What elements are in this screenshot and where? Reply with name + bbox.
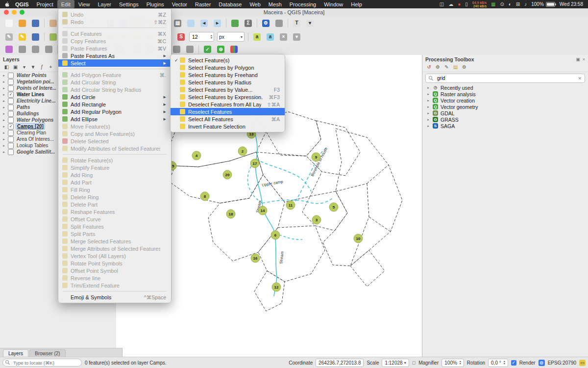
label-color-icon[interactable]: a: [251, 31, 263, 42]
expand-arrow-icon[interactable]: ▸: [2, 74, 6, 78]
menu-item-delete-selected[interactable]: Delete Selected: [58, 137, 171, 145]
camp-marker-9[interactable]: 9: [312, 153, 320, 161]
menubar-item-database[interactable]: Database: [215, 0, 245, 8]
layer-visibility-checkbox[interactable]: [8, 111, 14, 117]
control-center-icon[interactable]: ◐: [509, 1, 512, 7]
menu-item-split-features[interactable]: Split Features: [58, 223, 171, 230]
minimize-button[interactable]: [12, 10, 17, 15]
menu-item-select-features-by-polygon[interactable]: Select Features by Polygon: [171, 64, 285, 71]
spotlight-icon[interactable]: ⊙: [500, 1, 504, 7]
menubar-item-raster[interactable]: Raster: [191, 0, 215, 8]
expand-arrow-icon[interactable]: ▸: [2, 137, 6, 141]
expand-arrow-icon[interactable]: ▸: [426, 92, 430, 96]
chevron-down-icon[interactable]: ▾: [404, 361, 406, 365]
menu-item-invert-feature-selection[interactable]: Invert Feature Selection: [171, 123, 285, 130]
menu-item-add-part[interactable]: Add Part: [58, 179, 171, 186]
display-icon[interactable]: ◫: [440, 1, 444, 7]
input-source-icon[interactable]: ⊞: [516, 1, 520, 7]
algorithm-group-raster-analysis[interactable]: ▸QRaster analysis: [422, 91, 588, 97]
layer-visibility-checkbox[interactable]: ✓: [8, 124, 14, 130]
results-viewer-icon[interactable]: ▤: [452, 63, 459, 70]
expand-arrow-icon[interactable]: ▸: [2, 131, 6, 135]
zoom-last-icon[interactable]: ◂: [198, 18, 210, 28]
float-panel-icon[interactable]: ▣: [576, 57, 580, 62]
history-icon[interactable]: ↺: [425, 63, 433, 70]
project-open-icon[interactable]: [16, 18, 28, 28]
menu-item-add-ellipse[interactable]: Add Ellipse▶: [58, 115, 171, 123]
menu-item-merge-selected-features[interactable]: Merge Selected Features: [58, 237, 171, 245]
menubar-item-qgis[interactable]: QGIS: [11, 0, 33, 8]
stats-grid-icon[interactable]: ▦: [491, 1, 495, 7]
project-save-icon[interactable]: [29, 18, 42, 28]
algorithm-group-recently-used[interactable]: ▸◷Recently used: [422, 84, 588, 91]
menu-item-add-ring[interactable]: Add Ring: [58, 171, 171, 179]
font-size-field[interactable]: ▴▾: [189, 32, 214, 42]
camp-marker-18[interactable]: 18: [226, 210, 235, 218]
layer-visibility-checkbox[interactable]: [8, 98, 14, 104]
menu-item-delete-ring[interactable]: Delete Ring: [58, 193, 171, 201]
epsg-code[interactable]: EPSG:20790: [548, 360, 576, 366]
expand-arrow-icon[interactable]: ▸: [2, 93, 6, 97]
menu-item-cut-features[interactable]: Cut Features⌘X: [58, 30, 171, 37]
render-checkbox[interactable]: ✓: [511, 360, 516, 366]
menu-item-select-features-by-expression[interactable]: Select Features by Expression...⌘F3: [171, 93, 285, 101]
camp-marker-2[interactable]: 2: [238, 147, 247, 156]
toggle-editing-icon[interactable]: ✎: [16, 31, 28, 42]
rotation-spin[interactable]: 0,0 ° ▴▾: [488, 359, 508, 367]
statistics-chart-icon[interactable]: [228, 44, 240, 55]
layer-visibility-checkbox[interactable]: [8, 136, 14, 142]
menubar-item-vector[interactable]: Vector: [168, 0, 191, 8]
menu-item-add-circle[interactable]: Add Circle▶: [58, 93, 171, 101]
spinner-arrows[interactable]: ▴▾: [504, 360, 505, 365]
menu-item-delete-part[interactable]: Delete Part: [58, 201, 171, 208]
layer-visibility-checkbox[interactable]: [8, 73, 14, 79]
menu-item-select-feature-s[interactable]: ✓Select Feature(s): [171, 56, 285, 64]
copy-move-feature-icon[interactable]: [43, 44, 55, 55]
menu-item-trim-extend-feature[interactable]: Trim/Extend Feature: [58, 282, 171, 289]
menubar-item-layer[interactable]: Layer: [94, 0, 115, 8]
layer-visibility-checkbox[interactable]: [8, 105, 14, 110]
cloud-icon[interactable]: ☁: [448, 1, 453, 7]
layer-visibility-checkbox[interactable]: [8, 85, 14, 91]
menu-item-fill-ring[interactable]: Fill Ring: [58, 186, 171, 193]
model-designer-icon[interactable]: ⚙: [434, 63, 441, 70]
menu-item-split-parts[interactable]: Split Parts: [58, 230, 171, 237]
menu-item-rotate-point-symbols[interactable]: Rotate Point Symbols: [58, 260, 171, 267]
unit-select[interactable]: px▾: [217, 32, 245, 42]
menubar-item-project[interactable]: Project: [33, 0, 57, 8]
manage-themes-icon[interactable]: ▾: [21, 63, 28, 70]
tab-layers[interactable]: Layers: [3, 349, 28, 357]
menu-item-reshape-features[interactable]: Reshape Features: [58, 208, 171, 215]
move-feature-icon[interactable]: [29, 44, 42, 55]
menubar-item-processing[interactable]: Processing: [286, 0, 320, 8]
save-layer-edits-icon[interactable]: [29, 31, 42, 42]
open-layer-styling-icon[interactable]: ◧: [3, 63, 10, 70]
clear-search-icon[interactable]: ✕: [578, 76, 582, 81]
spinner-arrows[interactable]: ▴▾: [211, 34, 212, 39]
menu-item-undo[interactable]: Undo⌘Z: [58, 11, 171, 18]
camp-marker-5[interactable]: 5: [329, 203, 338, 211]
layer-style-icon[interactable]: S: [175, 31, 187, 42]
menubar-item-plugins[interactable]: Plugins: [143, 0, 168, 8]
menu-item-deselect-features-from-all-layers[interactable]: Deselect Features from All Layers⇧⌘A: [171, 101, 285, 108]
camp-marker-6[interactable]: 6: [271, 231, 280, 239]
camp-marker-12[interactable]: 12: [272, 283, 281, 291]
expand-arrow-icon[interactable]: ▸: [426, 124, 430, 128]
message-log-icon[interactable]: ▭: [579, 360, 586, 366]
expand-arrow-icon[interactable]: ▸: [2, 99, 6, 103]
algorithm-group-vector-geometry[interactable]: ▸QVector geometry: [422, 104, 588, 110]
menu-item-select-features-by-radius[interactable]: Select Features by Radius: [171, 79, 285, 86]
close-button[interactable]: [4, 10, 9, 15]
expand-arrow-icon[interactable]: ▸: [2, 105, 6, 109]
menu-item-modify-attributes-of-selected-features[interactable]: Modify Attributes of Selected Features: [58, 145, 171, 152]
camp-marker-11[interactable]: 11: [286, 201, 295, 210]
menubar-item-settings[interactable]: Settings: [115, 0, 143, 8]
expand-options-icon[interactable]: ▾: [291, 31, 303, 42]
volume-icon[interactable]: ♪: [524, 1, 527, 7]
layer-visibility-checkbox[interactable]: [8, 143, 14, 149]
algorithm-group-grass[interactable]: ▸GGRASS: [422, 116, 588, 123]
processing-toolbox-icon[interactable]: ⚙: [260, 18, 272, 28]
edit-model-icon[interactable]: ✎: [443, 63, 450, 70]
menu-item-select[interactable]: Select▶: [58, 59, 171, 67]
add-group-icon[interactable]: ▣: [12, 63, 19, 70]
